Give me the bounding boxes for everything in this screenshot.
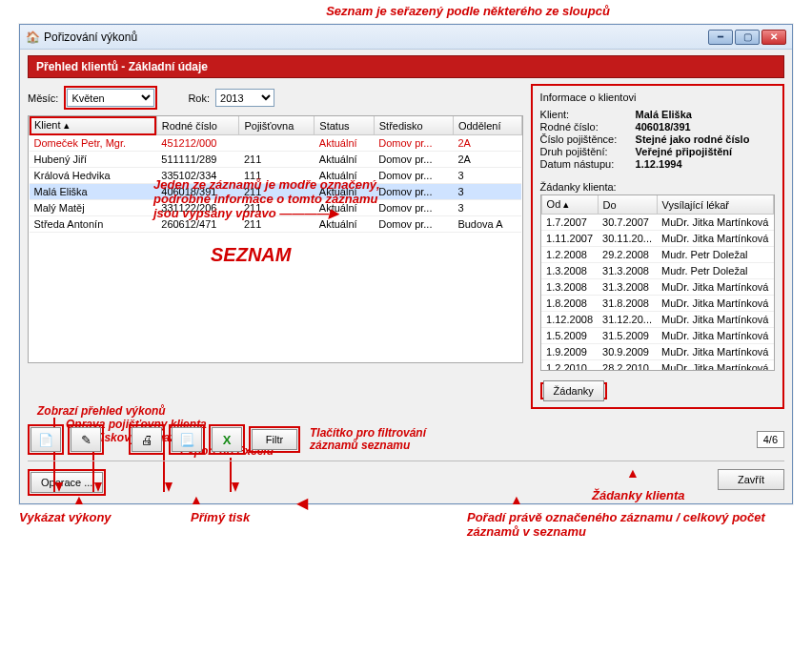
col-header[interactable]: Klient ▴ bbox=[30, 116, 157, 135]
info-row: Rodné číslo:406018/391 bbox=[540, 121, 775, 133]
app-window: 🏠 Pořizování výkonů ━ ▢ ✕ Přehled klient… bbox=[19, 24, 793, 504]
table-row[interactable]: 1.11.200730.11.20...MuDr. Jitka Martínko… bbox=[541, 231, 773, 247]
table-row[interactable]: 1.5.200931.5.2009MuDr. Jitka Martínková bbox=[541, 328, 773, 344]
info-panel: Informace o klientovi Klient:Malá Eliška… bbox=[531, 84, 784, 409]
zavrit-button[interactable]: Zavřít bbox=[718, 469, 784, 490]
table-row[interactable]: 1.7.200730.7.2007MuDr. Jitka Martínková bbox=[541, 215, 773, 231]
zadanky-button[interactable]: Žádanky bbox=[543, 380, 604, 401]
col-header[interactable]: Středisko bbox=[374, 116, 453, 135]
annotation-a1: Zobrazí přehled výkonů bbox=[37, 404, 274, 418]
col-header[interactable]: Pojišťovna bbox=[239, 116, 315, 135]
table-row[interactable]: 1.9.200930.9.2009MuDr. Jitka Martínková bbox=[541, 344, 773, 360]
info-row: Druh pojištění:Veřejné připojištění bbox=[540, 146, 775, 157]
table-row[interactable]: 1.3.200831.3.2008MuDr. Jitka Martínková bbox=[541, 279, 773, 296]
zadanky-table[interactable]: Od ▴DoVysílající lékař 1.7.200730.7.2007… bbox=[540, 194, 775, 371]
close-button[interactable]: ✕ bbox=[761, 30, 786, 45]
zadanky-heading: Žádanky klienta: bbox=[540, 181, 775, 193]
edit-insurance-button[interactable]: ✎ bbox=[71, 427, 101, 452]
direct-print-button[interactable]: 📃 bbox=[172, 427, 202, 452]
print-manager-button[interactable]: 🖨 bbox=[132, 427, 162, 452]
info-row: Datum nástupu:1.12.1994 bbox=[540, 158, 775, 170]
annotation-a8: Pořadí právě označeného záznamu / celkov… bbox=[467, 510, 793, 539]
annotation-mid2: podrobné informace o tomto záznamu bbox=[153, 192, 380, 206]
info-row: Klient:Malá Eliška bbox=[540, 109, 775, 120]
table-row[interactable]: 1.2.201028.2.2010MuDr. Jitka Martínková bbox=[541, 360, 773, 372]
table-row[interactable]: Hubený Jiří511111/289211AktuálníDomov pr… bbox=[30, 152, 522, 168]
annotation-seznam: SEZNAM bbox=[211, 244, 291, 266]
table-row[interactable]: Domeček Petr, Mgr.451212/000AktuálníDomo… bbox=[30, 135, 522, 152]
year-select[interactable]: 2013 bbox=[215, 89, 274, 107]
annotation-mid1: Jeden ze záznamů je modře označený, bbox=[153, 177, 380, 192]
info-heading: Informace o klientovi bbox=[540, 92, 775, 103]
annotation-a7: Přímý tisk bbox=[191, 510, 305, 539]
overview-button[interactable]: 📄 bbox=[30, 427, 61, 452]
col-header[interactable]: Oddělení bbox=[453, 116, 521, 135]
col-header[interactable]: Od ▴ bbox=[541, 195, 598, 215]
col-header[interactable]: Vysílající lékař bbox=[657, 195, 773, 215]
app-icon: 🏠 bbox=[26, 31, 40, 44]
minimize-button[interactable]: ━ bbox=[708, 30, 733, 45]
col-header[interactable]: Do bbox=[598, 195, 657, 215]
maximize-button[interactable]: ▢ bbox=[735, 30, 760, 45]
table-row[interactable]: 1.3.200831.3.2008Mudr. Petr Doležal bbox=[541, 263, 773, 279]
annotation-a5: Tlačítko pro filtrování záznamů seznamu bbox=[310, 427, 453, 452]
month-select[interactable]: Květen bbox=[67, 89, 154, 107]
export-excel-button[interactable]: X bbox=[212, 427, 242, 452]
year-label: Rok: bbox=[188, 92, 210, 104]
table-row[interactable]: 1.12.200831.12.20...MuDr. Jitka Martínko… bbox=[541, 312, 773, 328]
annotation-a6: Vykázat výkony bbox=[19, 510, 162, 539]
client-table[interactable]: Klient ▴Rodné čísloPojišťovnaStatusStřed… bbox=[28, 115, 523, 363]
filter-button[interactable]: Filtr bbox=[252, 429, 297, 450]
col-header[interactable]: Rodné číslo bbox=[156, 116, 239, 135]
window-title: Pořizování výkonů bbox=[44, 31, 137, 44]
annotation-a9: Žádanky klienta bbox=[592, 488, 685, 502]
table-row[interactable]: 1.2.200829.2.2008Mudr. Petr Doležal bbox=[541, 247, 773, 263]
annotation-top: Seznam je seřazený podle některého ze sl… bbox=[0, 0, 812, 18]
titlebar: 🏠 Pořizování výkonů ━ ▢ ✕ bbox=[20, 25, 792, 50]
table-row[interactable]: 1.8.200831.8.2008MuDr. Jitka Martínková bbox=[541, 296, 773, 312]
month-label: Měsíc: bbox=[28, 92, 58, 104]
header-bar: Přehled klientů - Základní údaje bbox=[28, 55, 784, 78]
info-row: Číslo pojištěnce:Stejné jako rodné číslo bbox=[540, 133, 775, 145]
col-header[interactable]: Status bbox=[315, 116, 374, 135]
annotation-mid3: jsou vypsány vpravo ————▶ bbox=[153, 206, 380, 220]
record-counter: 4/6 bbox=[757, 431, 784, 448]
